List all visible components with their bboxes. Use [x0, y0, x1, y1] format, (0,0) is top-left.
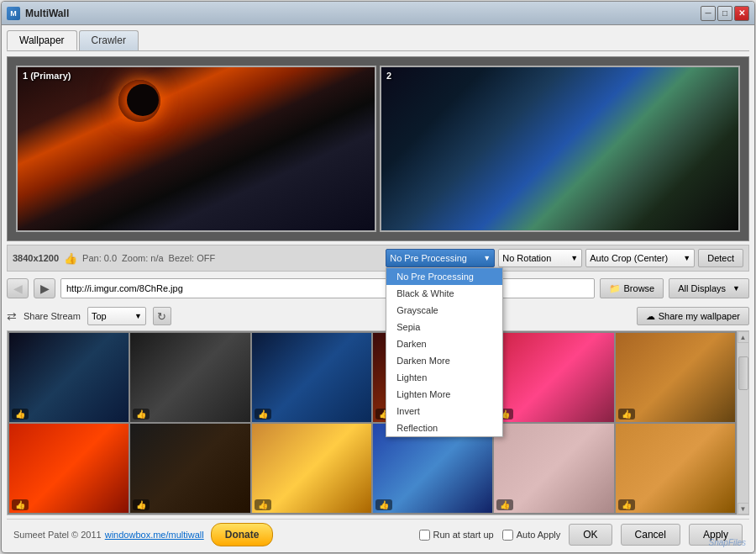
browse-button[interactable]: 📁 Browse — [600, 278, 664, 298]
monitor-primary-label: 1 (Primary) — [23, 71, 71, 81]
autocrop-dropdown-arrow: ▼ — [683, 254, 690, 262]
options-row: ⇄ Share Stream Top ▼ ↻ ☁ Share my wallpa… — [7, 305, 749, 327]
share-my-wallpaper-button[interactable]: ☁ Share my wallpaper — [637, 307, 749, 325]
processing-option-4[interactable]: Darken — [386, 335, 502, 352]
status-bar: 3840x1200 👍 Pan: 0.0 Zoom: n/a Bezel: OF… — [7, 245, 749, 272]
url-row: ◀ ▶ 📁 Browse All Displays ▼ — [7, 275, 749, 302]
processing-dropdown-arrow: ▼ — [483, 254, 491, 262]
monitor-secondary-bg — [381, 67, 738, 230]
gallery-item[interactable]: 👍 — [616, 424, 735, 513]
detect-button[interactable]: Detect — [698, 249, 743, 267]
all-displays-button[interactable]: All Displays ▼ — [669, 278, 749, 298]
run-at-startup-checkbox[interactable] — [419, 530, 430, 541]
processing-option-9[interactable]: Reflection — [386, 419, 502, 436]
gallery-like: 👍 — [255, 409, 271, 419]
minimize-button[interactable]: ─ — [701, 6, 716, 21]
processing-dropdown[interactable]: No Pre Processing ▼ — [386, 249, 495, 267]
footer-bar: Sumeet Patel © 2011 windowbox.me/multiwa… — [7, 519, 749, 550]
gallery-item[interactable]: 👍 — [9, 424, 129, 513]
copyright-text: Sumeet Patel © 2011 — [13, 530, 102, 540]
status-controls: No Pre Processing ▼ No Pre Processing Bl… — [386, 249, 743, 267]
run-at-startup-label[interactable]: Run at start up — [419, 530, 494, 541]
gallery-like: 👍 — [12, 409, 29, 419]
pan-text: Pan: 0.0 — [82, 253, 117, 263]
all-displays-button-label: All Displays — [678, 283, 726, 293]
maximize-button[interactable]: □ — [717, 6, 732, 21]
share-stream-label: Share Stream — [24, 311, 81, 321]
processing-option-5[interactable]: Darken More — [386, 352, 502, 369]
monitor-primary[interactable]: 1 (Primary) — [16, 66, 376, 232]
auto-apply-label[interactable]: Auto Apply — [502, 530, 561, 541]
auto-apply-checkbox[interactable] — [502, 530, 513, 541]
donate-button[interactable]: Donate — [211, 523, 274, 546]
processing-option-8[interactable]: Invert — [386, 403, 502, 419]
window-title: MultiWall — [25, 8, 69, 19]
cloud-icon: ☁ — [646, 311, 655, 322]
gallery-item[interactable]: 👍 — [130, 333, 249, 422]
back-button[interactable]: ◀ — [7, 278, 29, 298]
browse-button-label: Browse — [624, 283, 655, 293]
ok-button[interactable]: OK — [569, 524, 612, 546]
rotation-dropdown[interactable]: No Rotation ▼ — [498, 249, 582, 267]
gallery-item[interactable]: 👍 — [130, 424, 249, 513]
run-at-startup-text: Run at start up — [433, 530, 494, 540]
stream-selected-text: Top — [92, 311, 107, 321]
processing-selected-text: No Pre Processing — [390, 253, 467, 263]
gallery-item[interactable]: 👍 — [494, 424, 613, 513]
cancel-button[interactable]: Cancel — [621, 524, 680, 546]
zoom-text: Zoom: n/a — [122, 253, 164, 263]
gallery-scrollbar[interactable]: ▲ ▼ — [737, 331, 748, 514]
content-area: Wallpaper Crawler 1 (Primary) 2 3840x120… — [2, 25, 754, 554]
gallery-item[interactable]: 👍 — [252, 424, 371, 513]
preview-area: 1 (Primary) 2 — [7, 56, 749, 241]
gallery-item[interactable]: 👍 — [616, 333, 735, 422]
gallery-like: 👍 — [375, 499, 392, 510]
monitor-container: 1 (Primary) 2 — [8, 57, 748, 240]
processing-option-2[interactable]: Grayscale — [386, 302, 502, 319]
forward-button[interactable]: ▶ — [34, 278, 55, 298]
url-input[interactable] — [60, 278, 595, 298]
monitor-secondary-label: 2 — [386, 71, 391, 81]
gallery-item[interactable]: 👍 — [252, 333, 371, 422]
scroll-up-arrow[interactable]: ▲ — [738, 331, 749, 343]
autocrop-dropdown[interactable]: Auto Crop (Center) ▼ — [585, 249, 695, 267]
stream-dropdown[interactable]: Top ▼ — [87, 307, 146, 325]
share-my-wallpaper-label: Share my wallpaper — [659, 311, 740, 321]
processing-option-1[interactable]: Black & White — [386, 285, 502, 302]
autocrop-selected-text: Auto Crop (Center) — [590, 253, 668, 263]
scroll-thumb[interactable] — [738, 356, 748, 390]
tab-crawler[interactable]: Crawler — [79, 30, 139, 50]
processing-option-3[interactable]: Sepia — [386, 319, 502, 335]
bezel-text: Bezel: OFF — [169, 253, 216, 263]
gallery-item[interactable]: 👍 — [494, 333, 613, 422]
processing-option-0[interactable]: No Pre Processing — [386, 268, 502, 285]
title-bar-left: M MultiWall — [7, 7, 69, 20]
close-button[interactable]: ✕ — [734, 6, 749, 21]
gallery-like: 👍 — [618, 409, 635, 419]
tabs-row: Wallpaper Crawler — [7, 30, 749, 51]
apply-button[interactable]: Apply — [689, 524, 743, 546]
refresh-button[interactable]: ↻ — [153, 307, 171, 325]
main-window: M MultiWall ─ □ ✕ Wallpaper Crawler 1 (P… — [1, 1, 755, 553]
auto-apply-text: Auto Apply — [517, 530, 561, 540]
scroll-down-arrow[interactable]: ▼ — [738, 503, 749, 514]
gallery-like: 👍 — [255, 499, 271, 510]
rotation-dropdown-arrow: ▼ — [570, 254, 578, 262]
all-displays-arrow: ▼ — [732, 284, 740, 293]
processing-dropdown-container: No Pre Processing ▼ No Pre Processing Bl… — [386, 249, 495, 267]
gallery-like: 👍 — [618, 499, 635, 510]
shuffle-icon[interactable]: ⇄ — [7, 309, 17, 323]
footer-right: Run at start up Auto Apply OK Cancel App… — [419, 524, 743, 546]
monitor-secondary[interactable]: 2 — [380, 66, 740, 232]
resolution-text: 3840x1200 — [13, 253, 59, 263]
processing-option-6[interactable]: Lighten — [386, 369, 502, 386]
gallery-item[interactable]: 👍 — [9, 333, 129, 422]
gallery-like: 👍 — [12, 499, 29, 510]
window-controls: ─ □ ✕ — [701, 6, 749, 21]
gallery-like: 👍 — [133, 409, 150, 419]
footer-link[interactable]: windowbox.me/multiwall — [105, 530, 204, 540]
gallery-grid: 👍 👍 👍 👍 👍 — [8, 331, 737, 514]
processing-option-7[interactable]: Lighten More — [386, 386, 502, 403]
title-bar: M MultiWall ─ □ ✕ — [2, 2, 754, 25]
tab-wallpaper[interactable]: Wallpaper — [7, 30, 77, 50]
